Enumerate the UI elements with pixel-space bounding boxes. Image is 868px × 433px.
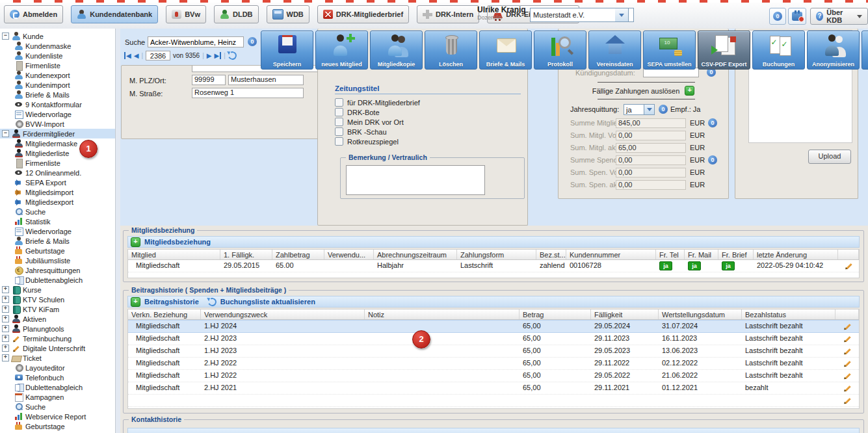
tree-expander-icon[interactable]	[2, 315, 9, 322]
tree-expander-icon[interactable]	[2, 296, 9, 303]
tree-item[interactable]: Briefe & Mails	[0, 90, 115, 99]
toolbar-button[interactable]: neues Mitglied	[315, 31, 368, 70]
edit-icon[interactable]	[843, 359, 852, 368]
toolbar-button[interactable]: Vereinsdaten	[588, 31, 641, 70]
tree-item[interactable]: Kundenliste	[0, 51, 115, 60]
tree-item[interactable]: Geburtstage	[0, 246, 115, 256]
topbar-button[interactable]: WDB	[267, 5, 309, 23]
refresh-icon[interactable]	[207, 296, 218, 308]
tree-item[interactable]: Wiedervorlage	[0, 226, 115, 236]
tree-item[interactable]: Dublettenabgleich	[0, 382, 115, 392]
tree-item[interactable]: Suche	[0, 402, 115, 412]
tree-item[interactable]: Kundenimport	[0, 80, 115, 90]
tree-item[interactable]: Telefonbuch	[0, 373, 115, 382]
column-header[interactable]	[838, 250, 859, 259]
checkbox[interactable]	[335, 127, 343, 136]
tree-item[interactable]: Mitgliedsimport	[0, 187, 115, 197]
tree-item[interactable]: Jubiläumsliste	[0, 256, 115, 265]
tree-item[interactable]: Mitgliedsexport	[0, 197, 115, 207]
add-icon[interactable]: +	[131, 237, 140, 247]
column-header[interactable]: Notiz	[365, 309, 519, 319]
column-header[interactable]: Kundennummer	[566, 250, 656, 259]
remark-textarea[interactable]	[346, 165, 485, 195]
tree-item[interactable]: 12 Onlineanmeld.	[0, 168, 115, 177]
toolbar-button[interactable]: Speichern	[261, 31, 313, 70]
toolbar-button[interactable]: CSV-PDF Export	[698, 31, 750, 70]
search-info-icon[interactable]: 0	[248, 37, 257, 46]
topbar-button[interactable]: Kundendatenbank	[71, 5, 158, 23]
column-header[interactable]: Bezahlstatus	[742, 309, 835, 319]
tree-expander-icon[interactable]	[2, 345, 9, 352]
add-icon[interactable]: +	[131, 297, 140, 307]
table-row[interactable]: Mitgliedschaft 1.HJ 2024 65,00 29.05.202…	[128, 320, 859, 333]
last-record-icon[interactable]: ▶	[214, 52, 221, 59]
tree-expander-icon[interactable]	[2, 306, 9, 313]
topbar-button[interactable]: DRK-Intern	[417, 5, 479, 23]
column-header[interactable]	[835, 309, 859, 319]
column-header[interactable]: Betrag	[519, 309, 591, 319]
tree-item[interactable]: 9 Kontaktformular	[0, 99, 115, 109]
table-row-partial[interactable]	[128, 395, 859, 407]
column-header[interactable]: Fr. Tel	[656, 250, 685, 259]
first-record-icon[interactable]: ◀	[124, 52, 131, 59]
tree-expander-icon[interactable]	[2, 354, 9, 361]
edit-icon[interactable]	[844, 261, 853, 270]
column-header[interactable]: Mitglied	[128, 250, 220, 259]
tree-item[interactable]: Webservice Report	[0, 412, 115, 421]
column-header[interactable]: letzte Änderung	[754, 250, 838, 259]
tree-expander-icon[interactable]	[2, 325, 9, 332]
column-header[interactable]: Bez.st...	[536, 250, 566, 259]
select-arrow[interactable]	[644, 105, 654, 114]
upload-button[interactable]: Upload	[808, 150, 851, 164]
annual-receipt-select[interactable]: ja	[624, 104, 655, 115]
plz-field[interactable]: 99999	[192, 75, 226, 85]
tree-item[interactable]: Layouteditor	[0, 363, 115, 373]
organization-select-arrow[interactable]	[615, 8, 629, 22]
tree-item[interactable]: KTV KiFam	[0, 304, 115, 314]
edit-icon[interactable]	[843, 322, 852, 331]
tree-item[interactable]: BVW-Import	[0, 119, 115, 129]
next-record-icon[interactable]: ▶	[207, 52, 212, 59]
column-header[interactable]: Zahlbetrag	[272, 250, 324, 259]
sidebar-splitter[interactable]	[116, 29, 120, 433]
tree-item[interactable]: Kunde	[0, 31, 115, 41]
street-field[interactable]: Rosenweg 1	[192, 88, 304, 98]
previous-record-icon[interactable]: ◀	[134, 52, 139, 59]
checkbox[interactable]	[335, 137, 343, 146]
checkbox[interactable]	[335, 118, 343, 126]
column-header[interactable]: Fälligkeit	[591, 309, 659, 319]
topbar-button[interactable]: Abmelden	[4, 5, 63, 23]
topbar-button[interactable]: DRK-Mitgliederbrief	[317, 5, 409, 23]
toolbar-button[interactable]: Pers	[861, 31, 868, 70]
tree-item[interactable]: Fördermitglieder	[0, 129, 115, 138]
refresh-bookings-label[interactable]: Buchungsliste aktualisieren	[220, 298, 315, 306]
topbar-button[interactable]: BVw	[166, 5, 206, 23]
toolbar-button[interactable]: Protokoll	[534, 31, 586, 70]
tree-expander-icon[interactable]	[2, 33, 9, 40]
tree-item[interactable]: Statistik	[0, 216, 115, 226]
column-header[interactable]: Wertstellungsdatum	[659, 309, 742, 319]
column-header[interactable]: Verkn. Beziehung	[128, 309, 201, 319]
tree-item[interactable]: Aktiven	[0, 314, 115, 324]
tree-item[interactable]: Ticket	[0, 353, 115, 363]
tree-expander-icon[interactable]	[2, 286, 9, 293]
plugin-button[interactable]	[788, 8, 806, 25]
column-header[interactable]: Zahlungsform	[457, 250, 536, 259]
info-icon[interactable]: 0	[659, 105, 668, 114]
search-input[interactable]	[148, 36, 244, 47]
tree-expander-icon[interactable]	[2, 335, 9, 342]
info-icon[interactable]: 0	[708, 155, 717, 164]
toolbar-button[interactable]: SEPA umstellen	[643, 31, 696, 70]
column-header[interactable]: Verwendu...	[324, 250, 374, 259]
tree-item[interactable]: Mitgliedermaske	[0, 138, 115, 148]
tree-item[interactable]: SEPA Export	[0, 177, 115, 187]
toolbar-button[interactable]: Briefe & Mails	[479, 31, 532, 70]
tree-item[interactable]: Kundenexport	[0, 70, 115, 80]
tree-item[interactable]: Planungtools	[0, 324, 115, 334]
tree-item[interactable]: Jahresquittungen	[0, 265, 115, 275]
edit-icon[interactable]	[843, 371, 852, 380]
tree-item[interactable]: Kurse	[0, 285, 115, 295]
column-header[interactable]: Abrechnungszeitraum	[374, 250, 457, 259]
toolbar-button[interactable]: Löschen	[425, 31, 477, 70]
tree-item[interactable]: Terminbuchung	[0, 334, 115, 343]
